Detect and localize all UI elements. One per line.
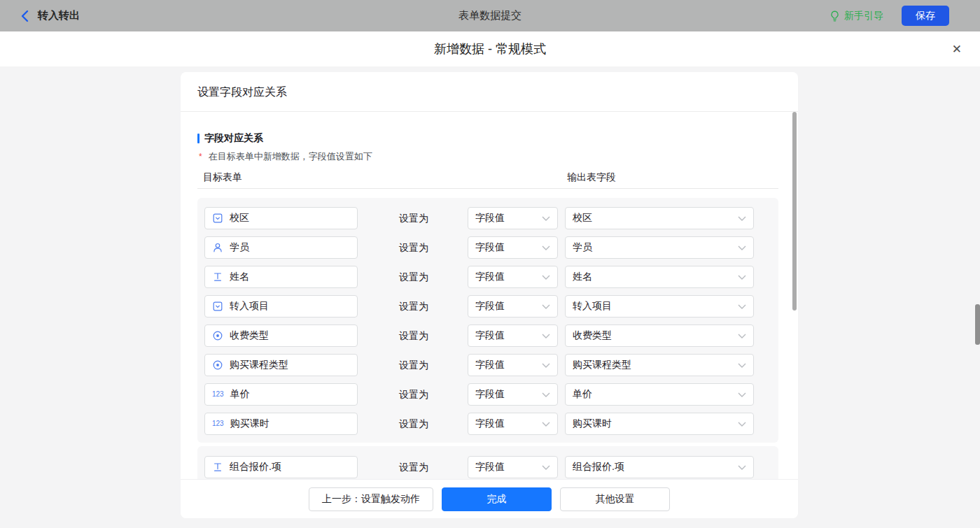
output-field-selected: 购买课时 <box>573 418 612 430</box>
modal-header: 新增数据 - 常规模式 ✕ <box>0 31 980 66</box>
section-title: 字段对应关系 <box>197 132 263 145</box>
target-field-box: 购买课程类型 <box>204 354 358 376</box>
select-icon <box>212 301 223 312</box>
beginner-guide-label: 新手引导 <box>844 10 883 22</box>
output-field-selected: 组合报价.项 <box>573 461 624 473</box>
value-type-selected: 字段值 <box>475 418 505 430</box>
required-mark: * <box>199 152 202 162</box>
field-mapping-group: 校区 设置为 字段值 校区 学员 设置为 字段值 <box>197 198 778 443</box>
save-button[interactable]: 保存 <box>902 6 949 26</box>
field-mapping-row: 购买课程类型 设置为 字段值 购买课程类型 <box>204 354 771 376</box>
output-field-select[interactable]: 购买课时 <box>565 413 754 435</box>
target-field-box: 姓名 <box>204 266 358 288</box>
value-type-select[interactable]: 字段值 <box>468 207 558 229</box>
output-field-select[interactable]: 姓名 <box>565 266 754 288</box>
target-field-box: 转入项目 <box>204 295 358 317</box>
set-as-label: 设置为 <box>399 383 428 406</box>
text-icon <box>212 462 223 473</box>
output-field-select[interactable]: 转入项目 <box>565 295 754 317</box>
value-type-selected: 字段值 <box>475 271 505 283</box>
value-type-select[interactable]: 字段值 <box>468 354 558 376</box>
output-field-select[interactable]: 组合报价.项 <box>565 456 754 478</box>
column-target-form: 目标表单 <box>203 171 242 183</box>
column-divider <box>197 188 778 189</box>
target-field-box: 123 购买课时 <box>204 413 358 435</box>
set-as-label: 设置为 <box>399 324 428 347</box>
target-field-box: 校区 <box>204 207 358 229</box>
output-field-selected: 学员 <box>573 241 592 254</box>
target-field-label: 收费类型 <box>230 329 269 342</box>
value-type-select[interactable]: 字段值 <box>468 324 558 347</box>
user-icon <box>212 242 223 253</box>
prev-step-button[interactable]: 上一步：设置触发动作 <box>309 487 433 511</box>
value-type-selected: 字段值 <box>475 212 505 224</box>
value-type-selected: 字段值 <box>475 241 505 254</box>
value-type-select[interactable]: 字段值 <box>468 456 558 478</box>
top-bar: 表单数据提交 转入转出 新手引导 保存 <box>0 0 980 31</box>
target-field-label: 单价 <box>230 388 250 401</box>
section-title-text: 字段对应关系 <box>204 132 263 145</box>
value-type-selected: 字段值 <box>475 300 505 313</box>
output-field-selected: 转入项目 <box>573 300 612 313</box>
radio-icon <box>212 330 223 341</box>
note-text: 在目标表单中新增数据，字段值设置如下 <box>209 151 372 162</box>
radio-icon <box>212 359 223 371</box>
output-field-selected: 收费类型 <box>573 329 612 342</box>
output-field-selected: 校区 <box>573 212 592 224</box>
output-field-select[interactable]: 单价 <box>565 383 754 406</box>
output-field-selected: 单价 <box>573 388 592 401</box>
field-mapping-row: 123 单价 设置为 字段值 单价 <box>204 383 771 406</box>
output-field-select[interactable]: 学员 <box>565 236 754 259</box>
output-field-select[interactable]: 收费类型 <box>565 324 754 347</box>
output-field-select[interactable]: 校区 <box>565 207 754 229</box>
target-field-label: 购买课时 <box>230 418 270 430</box>
back-chevron-icon <box>19 10 30 22</box>
beginner-guide-link[interactable]: 新手引导 <box>829 10 883 22</box>
lightbulb-icon <box>829 10 840 22</box>
target-field-box: 学员 <box>204 236 358 259</box>
select-icon <box>212 213 223 224</box>
field-mapping-row: 姓名 设置为 字段值 姓名 <box>204 266 771 288</box>
target-field-box: 123 单价 <box>204 383 358 406</box>
set-as-label: 设置为 <box>399 456 428 478</box>
field-mapping-row: 收费类型 设置为 字段值 收费类型 <box>204 324 771 347</box>
target-field-label: 学员 <box>230 241 249 254</box>
target-field-label: 组合报价.项 <box>230 461 281 473</box>
set-as-label: 设置为 <box>399 413 428 435</box>
value-type-selected: 字段值 <box>475 388 505 401</box>
output-field-select[interactable]: 购买课程类型 <box>565 354 754 376</box>
other-settings-button[interactable]: 其他设置 <box>560 487 670 511</box>
target-field-label: 转入项目 <box>230 300 269 313</box>
modal-title: 新增数据 - 常规模式 <box>0 31 980 66</box>
set-as-label: 设置为 <box>399 207 428 229</box>
value-type-select[interactable]: 字段值 <box>468 383 558 406</box>
back-button[interactable]: 转入转出 <box>19 9 80 22</box>
field-mapping-panel: 设置字段对应关系 字段对应关系 *在目标表单中新增数据，字段值设置如下 目标表单… <box>181 72 798 518</box>
section-note: *在目标表单中新增数据，字段值设置如下 <box>199 150 372 163</box>
column-headers: 目标表单 输出表字段 <box>203 171 777 184</box>
target-field-label: 购买课程类型 <box>230 359 288 371</box>
value-type-select[interactable]: 字段值 <box>468 266 558 288</box>
panel-footer: 上一步：设置触发动作完成其他设置 <box>181 479 798 518</box>
target-field-box: 组合报价.项 <box>204 456 358 478</box>
back-label: 转入转出 <box>38 9 80 22</box>
value-type-selected: 字段值 <box>475 329 505 342</box>
window-scrollbar-thumb[interactable] <box>975 304 980 345</box>
output-field-selected: 姓名 <box>573 271 592 283</box>
field-mapping-row: 组合报价.项 设置为 字段值 组合报价.项 <box>204 456 771 478</box>
close-icon[interactable]: ✕ <box>952 31 962 66</box>
field-mapping-row: 学员 设置为 字段值 学员 <box>204 236 771 259</box>
value-type-selected: 字段值 <box>475 359 505 371</box>
section-accent-bar <box>197 134 200 143</box>
panel-scrollbar-thumb[interactable] <box>792 112 797 311</box>
value-type-selected: 字段值 <box>475 461 505 473</box>
set-as-label: 设置为 <box>399 236 428 259</box>
value-type-select[interactable]: 字段值 <box>468 236 558 259</box>
field-mapping-row: 转入项目 设置为 字段值 转入项目 <box>204 295 771 317</box>
number-icon: 123 <box>212 418 224 429</box>
value-type-select[interactable]: 字段值 <box>468 295 558 317</box>
value-type-select[interactable]: 字段值 <box>468 413 558 435</box>
finish-button[interactable]: 完成 <box>442 487 552 511</box>
topbar-actions: 新手引导 保存 <box>829 0 949 31</box>
text-icon <box>212 271 223 283</box>
